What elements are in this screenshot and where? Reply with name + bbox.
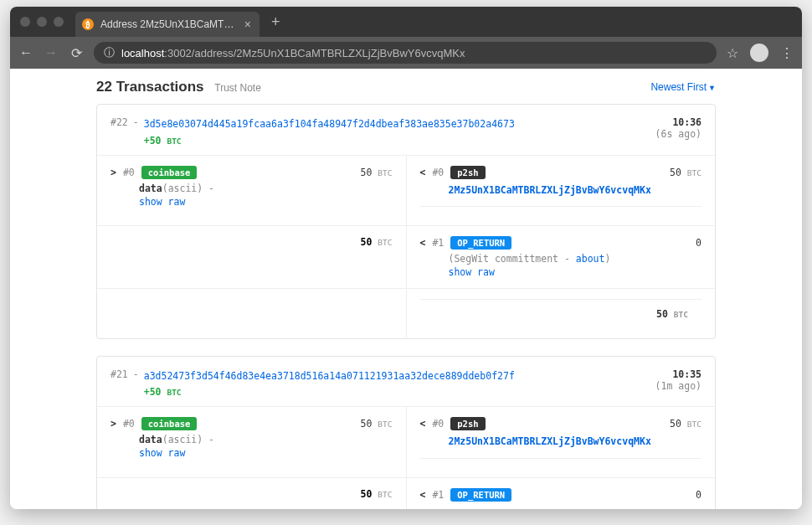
url-host: localhost	[121, 47, 164, 59]
output-amount: 0	[696, 237, 702, 249]
browser-tab[interactable]: ₿ Address 2Mz5UnX1BCaMTBRL ×	[75, 12, 260, 37]
forward-button[interactable]: →	[44, 45, 59, 60]
tx-number: #21	[110, 368, 128, 399]
expand-icon[interactable]: >	[110, 418, 116, 430]
show-raw-link[interactable]: show raw	[139, 196, 185, 208]
maximize-window-icon[interactable]	[54, 17, 64, 27]
output-index: #0	[432, 167, 444, 178]
input-amount: 50 BTC	[361, 418, 393, 430]
tx-timestamp: 10:35 (1m ago)	[655, 368, 702, 399]
input-index: #0	[123, 167, 135, 178]
input-amount: 50 BTC	[361, 167, 393, 178]
coinbase-badge: coinbase	[141, 417, 198, 430]
page-title: 22 Transactions Trust Note	[96, 79, 261, 95]
back-button[interactable]: ←	[18, 45, 33, 60]
script-type-badge: OP_RETURN	[450, 236, 511, 250]
collapse-icon[interactable]: <	[420, 237, 426, 249]
tx-hash-link[interactable]: a3d52473f3d54f46d83e4ea3718d516a14a07112…	[144, 368, 515, 385]
expand-icon[interactable]: >	[110, 167, 116, 178]
script-type-badge: p2sh	[450, 166, 485, 179]
page-content: 22 Transactions Trust Note Newest First▼…	[10, 69, 802, 509]
info-icon: ⓘ	[104, 45, 115, 60]
bitcoin-favicon-icon: ₿	[82, 18, 94, 30]
menu-icon[interactable]: ⋮	[780, 45, 794, 61]
window-titlebar: ₿ Address 2Mz5UnX1BCaMTBRL × +	[10, 7, 802, 37]
coinbase-badge: coinbase	[141, 166, 198, 179]
output-index: #1	[432, 489, 444, 501]
about-link[interactable]: about	[576, 253, 605, 265]
output-amount: 0	[696, 489, 702, 501]
new-tab-button[interactable]: +	[271, 13, 280, 31]
script-type-badge: OP_RETURN	[450, 488, 511, 502]
segwit-note: (SegWit committment - about)	[449, 253, 702, 265]
tx-timestamp: 10:36 (6s ago)	[655, 116, 702, 147]
browser-window: ₿ Address 2Mz5UnX1BCaMTBRL × + ← → ⟳ ⓘ l…	[10, 7, 802, 509]
input-row: > #0 coinbase 50 BTC data(ascii) - show …	[110, 166, 393, 208]
input-data-label: data(ascii) -	[139, 183, 393, 194]
tx-number: #22	[110, 116, 128, 147]
output-amount: 50 BTC	[670, 167, 702, 178]
show-raw-link[interactable]: show raw	[449, 266, 495, 278]
close-window-icon[interactable]	[20, 17, 30, 27]
script-type-badge: p2sh	[450, 417, 485, 430]
minimize-window-icon[interactable]	[37, 17, 47, 27]
tab-close-icon[interactable]: ×	[244, 18, 251, 31]
toolbar-right: ☆ ⋮	[727, 44, 794, 62]
sort-dropdown[interactable]: Newest First▼	[650, 81, 716, 93]
chevron-down-icon: ▼	[708, 84, 716, 92]
tx-amount: +50 BTC	[144, 135, 515, 147]
transaction-card: #22 - 3d5e8e03074d445a19fcaa6a3f104fa489…	[96, 104, 716, 339]
url-path: /address/2Mz5UnX1BCaMTBRLZXLjZjBvBwY6vcv…	[192, 47, 465, 59]
transaction-list: #22 - 3d5e8e03074d445a19fcaa6a3f104fa489…	[96, 104, 716, 509]
output-row: < #1 OP_RETURN 0	[420, 488, 702, 502]
transactions-header: 22 Transactions Trust Note Newest First▼	[96, 79, 716, 104]
tab-title: Address 2Mz5UnX1BCaMTBRL	[100, 18, 236, 30]
output-amount: 50 BTC	[670, 418, 702, 430]
reload-button[interactable]: ⟳	[69, 45, 84, 61]
address-bar[interactable]: ⓘ localhost:3002/address/2Mz5UnX1BCaMTBR…	[94, 42, 717, 64]
tx-amount: +50 BTC	[144, 386, 515, 398]
transaction-card: #21 - a3d52473f3d54f46d83e4ea3718d516a14…	[96, 356, 716, 509]
collapse-icon[interactable]: <	[420, 167, 426, 178]
output-address[interactable]: 2Mz5UnX1BCaMTBRLZXLjZjBvBwY6vcvqMKx	[449, 434, 702, 449]
profile-avatar[interactable]	[750, 44, 768, 62]
window-controls	[20, 17, 64, 27]
collapse-icon[interactable]: <	[420, 418, 426, 430]
output-index: #0	[432, 418, 444, 430]
output-total: 50 BTC	[420, 299, 702, 328]
trust-note-link[interactable]: Trust Note	[214, 82, 261, 94]
output-row: < #0 p2sh 50 BTC 2Mz5UnX1BCaMTBRLZXLjZjB…	[420, 166, 702, 207]
browser-toolbar: ← → ⟳ ⓘ localhost:3002/address/2Mz5UnX1B…	[10, 37, 802, 69]
tx-hash-link[interactable]: 3d5e8e03074d445a19fcaa6a3f104fa48947f2d4…	[144, 116, 515, 133]
url-port: :3002	[164, 47, 192, 59]
output-row: < #1 OP_RETURN 0 (SegWit committment - a…	[420, 236, 702, 278]
bookmark-icon[interactable]: ☆	[727, 45, 738, 61]
input-row: > #0 coinbase 50 BTC data(ascii) - show …	[110, 417, 393, 459]
input-index: #0	[123, 418, 135, 430]
output-row: < #0 p2sh 50 BTC 2Mz5UnX1BCaMTBRLZXLjZjB…	[420, 417, 702, 458]
input-total: 50 BTC	[361, 488, 393, 500]
collapse-icon[interactable]: <	[420, 489, 426, 501]
input-total: 50 BTC	[361, 236, 393, 248]
input-data-label: data(ascii) -	[139, 434, 393, 445]
output-index: #1	[432, 237, 444, 249]
output-address[interactable]: 2Mz5UnX1BCaMTBRLZXLjZjBvBwY6vcvqMKx	[449, 183, 702, 198]
show-raw-link[interactable]: show raw	[139, 447, 185, 459]
